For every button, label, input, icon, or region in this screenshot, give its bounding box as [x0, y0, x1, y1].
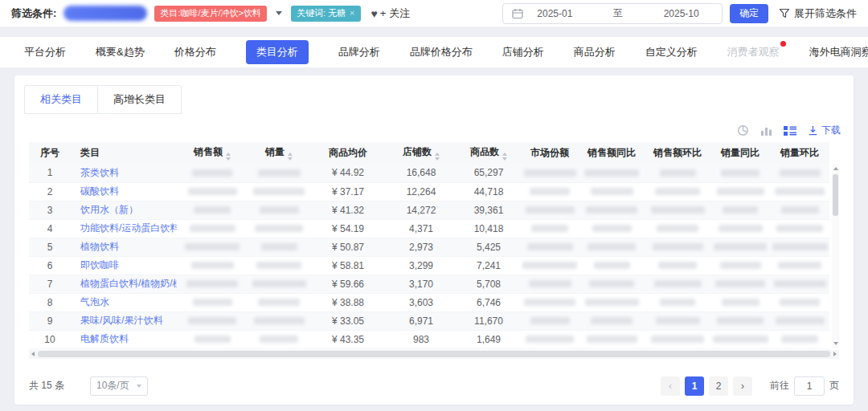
sales-mom — [645, 164, 710, 182]
prev-page-button[interactable]: ‹ — [661, 376, 680, 396]
nav-tab-5[interactable]: 品牌价格分布 — [410, 45, 473, 59]
date-end-value[interactable]: 2025-10 — [649, 8, 713, 19]
category-link[interactable]: 饮用水（新） — [80, 204, 138, 215]
category-link[interactable]: 气泡水 — [80, 296, 109, 307]
page-size-value: 10条/页 — [96, 379, 129, 393]
sort-up-caret — [435, 153, 440, 156]
sort-icon[interactable] — [435, 153, 440, 161]
redacted-value — [193, 299, 232, 306]
pie-chart-view-button[interactable] — [737, 124, 749, 136]
scroll-up-arrow-icon[interactable] — [833, 167, 838, 170]
category-link[interactable]: 植物蛋白饮料/植物奶/植物酸奶 — [80, 278, 177, 289]
keyword-filter-tag[interactable]: 关键词: 无糖 × — [291, 6, 361, 22]
category-link[interactable]: 茶类饮料 — [80, 167, 119, 178]
sort-icon[interactable] — [288, 153, 293, 161]
nav-tab-8[interactable]: 自定义分析 — [645, 45, 698, 59]
redacted-value — [772, 243, 828, 250]
redacted-value — [717, 188, 764, 195]
avg-price: ¥ 37.17 — [310, 182, 386, 201]
nav-tab-4[interactable]: 品牌分析 — [338, 45, 380, 59]
category-link[interactable]: 植物饮料 — [80, 241, 119, 252]
expand-filters-button[interactable]: 展开筛选条件 — [779, 6, 857, 21]
vertical-scrollbar[interactable] — [832, 164, 839, 348]
goto-page-input[interactable] — [794, 376, 825, 396]
nav-tab-0[interactable]: 平台分析 — [24, 45, 66, 59]
nav-tab-6[interactable]: 店铺分析 — [502, 45, 544, 59]
product-count: 44,718 — [457, 182, 521, 201]
nav-tab-9[interactable]: 消费者观察 — [727, 45, 780, 59]
column-header-6[interactable]: 商品数 — [457, 142, 521, 164]
sales-qty — [248, 201, 310, 219]
page-button-2[interactable]: 2 — [709, 376, 728, 396]
close-icon[interactable]: × — [350, 9, 354, 18]
scroll-left-arrow-icon[interactable] — [31, 352, 35, 356]
nav-tab-10[interactable]: 海外电商洞察 — [809, 45, 868, 59]
sort-up-caret — [288, 153, 293, 156]
nav-tab-3[interactable]: 类目分析 — [246, 40, 309, 64]
category-link[interactable]: 电解质饮料 — [80, 333, 129, 344]
redacted-value — [585, 299, 639, 306]
category-link[interactable]: 功能饮料/运动蛋白饮料 — [80, 222, 177, 234]
card-tab-0[interactable]: 相关类目 — [24, 85, 98, 114]
calendar-icon — [512, 8, 523, 19]
pagination-bar: 共 15 条 10条/页 ‹ 12 › 前往 页 — [29, 376, 839, 396]
horizontal-scrollbar-thumb[interactable] — [38, 351, 830, 357]
category-filter-tag[interactable]: 类目:咖啡/麦片/冲饮>饮料 — [154, 6, 267, 22]
column-header-10: 销量同比 — [710, 142, 770, 164]
next-page-button[interactable]: › — [733, 376, 752, 396]
redacted-value — [586, 206, 637, 214]
sales-mom — [645, 330, 710, 348]
list-view-button[interactable] — [784, 125, 796, 136]
sales-mom — [645, 238, 710, 256]
row-index: 4 — [29, 219, 71, 238]
follow-label: + 关注 — [380, 6, 410, 21]
page-button-1[interactable]: 1 — [685, 376, 704, 396]
row-index: 9 — [29, 311, 71, 330]
category-link[interactable]: 碳酸饮料 — [80, 185, 119, 197]
sort-icon[interactable] — [502, 153, 507, 161]
category-filter-tag-label: 类目:咖啡/麦片/冲饮>饮料 — [160, 7, 261, 19]
category-table: 序号类目销售额销量商品均价店铺数商品数市场份额销售额同比销售额环比销量同比销量环… — [29, 142, 829, 349]
scroll-down-arrow-icon[interactable] — [833, 342, 838, 345]
column-header-label: 销量环比 — [780, 147, 819, 158]
date-range-picker[interactable]: 2025-01 至 2025-10 — [502, 3, 723, 24]
confirm-button[interactable]: 确定 — [730, 4, 768, 23]
column-header-3[interactable]: 销量 — [248, 142, 310, 164]
redacted-value — [256, 262, 301, 269]
card-tab-1[interactable]: 高增长类目 — [98, 85, 182, 114]
nav-tab-7[interactable]: 商品分析 — [574, 45, 616, 59]
category: 电解质饮料 — [71, 330, 177, 348]
goto-page: 前往 页 — [770, 376, 839, 396]
market-share — [521, 219, 579, 238]
sort-icon[interactable] — [226, 153, 231, 161]
nav-tab-2[interactable]: 价格分布 — [174, 45, 216, 59]
sales-amount — [177, 182, 248, 201]
qty-mom — [770, 238, 829, 256]
column-header-5[interactable]: 店铺数 — [386, 142, 457, 164]
sales-amount — [177, 219, 248, 238]
product-count: 1,649 — [457, 330, 521, 348]
heart-icon: ♥ — [371, 8, 378, 19]
bar-chart-view-button[interactable] — [760, 124, 772, 136]
nav-tabs: 平台分析概要&趋势价格分布类目分析品牌分析品牌价格分布店铺分析商品分析自定义分析… — [0, 37, 868, 67]
sales-mom — [645, 256, 710, 275]
qty-mom — [770, 219, 829, 238]
avg-price: ¥ 50.87 — [310, 238, 386, 256]
column-header-2[interactable]: 销售额 — [177, 142, 248, 164]
redacted-value — [252, 280, 306, 287]
page-buttons: 12 — [685, 376, 728, 396]
sales-yoy — [579, 219, 645, 238]
horizontal-scrollbar[interactable] — [29, 350, 839, 359]
category-link[interactable]: 果味/风味/果汁饮料 — [80, 315, 163, 326]
chevron-down-icon[interactable] — [276, 11, 282, 15]
content-card: 相关类目高增长类目 下载 序号类目销售额销量商品均价店铺数商品数市场份额销售额同… — [14, 75, 854, 405]
download-button[interactable]: 下载 — [808, 124, 841, 137]
category-link[interactable]: 即饮咖啡 — [80, 259, 119, 271]
follow-button[interactable]: ♥ + 关注 — [371, 6, 411, 21]
date-start-value[interactable]: 2025-01 — [523, 8, 587, 19]
page-size-select[interactable]: 10条/页 — [90, 376, 148, 396]
nav-tab-1[interactable]: 概要&趋势 — [96, 45, 145, 59]
sales-qty — [248, 219, 310, 238]
scroll-right-arrow-icon[interactable] — [833, 352, 837, 356]
vertical-scrollbar-thumb[interactable] — [833, 174, 838, 216]
